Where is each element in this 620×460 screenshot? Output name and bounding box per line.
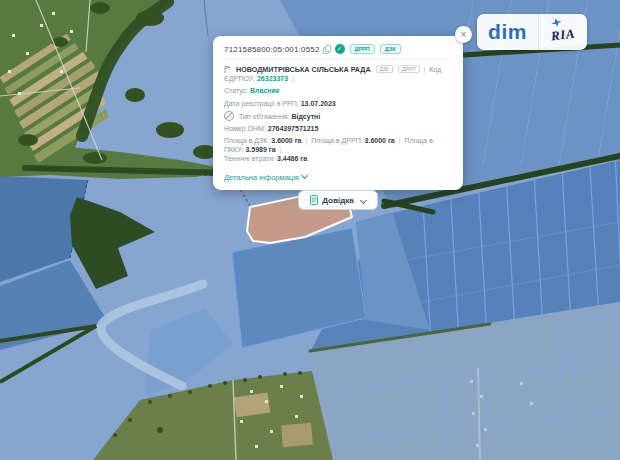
status-row: Статус: Власник <box>224 86 452 95</box>
card-header: 7121585800:05:001:0552 ✓ ДРРП ДЗК <box>224 44 452 60</box>
cadastral-number: 7121585800:05:001:0552 <box>224 45 320 54</box>
separator: | <box>305 137 307 144</box>
cadastral-map-app: dim RIA × 7121585800:05:001:0552 ✓ ДРРП … <box>0 0 620 460</box>
status-label: Статус: <box>224 87 248 94</box>
badge-dzk: ДЗК <box>380 44 401 54</box>
separator: | <box>399 137 401 144</box>
chevron-down-icon <box>301 172 308 179</box>
separator: | <box>280 146 282 153</box>
brand-logo-ria: RIA <box>539 14 587 50</box>
area-pkku-value: 3.5989 га <box>245 146 275 153</box>
registration-row: Дата реєстрації в РРП: 13.07.2023 <box>224 99 452 108</box>
close-icon[interactable]: × <box>455 26 472 43</box>
onm-label: Номер ОНМ: <box>224 125 266 132</box>
tech-loss-value: 3.4486 га <box>277 155 307 162</box>
help-button[interactable]: Довідка <box>298 190 377 210</box>
no-encumbrance-icon <box>224 111 234 121</box>
verified-check-icon: ✓ <box>335 44 345 54</box>
parcel-info-card: 7121585800:05:001:0552 ✓ ДРРП ДЗК НОВОДМ… <box>213 36 463 190</box>
separator: | <box>423 66 425 73</box>
encumbrance-row: Тип обтяження: Відсутні <box>224 111 452 121</box>
copy-icon[interactable] <box>323 45 331 54</box>
owner-name: НОВОДМИТРІВСЬКА СІЛЬСЬКА РАДА <box>236 65 371 74</box>
owner-row: НОВОДМИТРІВСЬКА СІЛЬСЬКА РАДА ДЗК ДРРП |… <box>224 65 452 83</box>
encumbrance-value: Відсутні <box>291 113 320 120</box>
registration-value: 13.07.2023 <box>301 100 336 107</box>
registration-label: Дата реєстрації в РРП: <box>224 100 299 107</box>
brand-logo-dim: dim <box>477 14 538 50</box>
brand-logo[interactable]: dim RIA <box>477 14 587 50</box>
organization-icon <box>224 65 231 73</box>
areas-row: Площа в ДЗК: 3.6000 га | Площа в ДРРП: 3… <box>224 136 452 163</box>
area-dzk-value: 3.6000 га <box>271 137 301 144</box>
area-drrp-label: Площа в ДРРП: <box>311 137 362 144</box>
document-icon <box>310 195 318 205</box>
onm-row: Номер ОНМ: 2764397571215 <box>224 124 452 133</box>
badge-drrp: ДРРП <box>350 44 375 54</box>
chevron-down-icon <box>360 197 367 204</box>
tech-loss-label: Технічні втрати: <box>224 155 275 162</box>
area-drrp-value: 3.6000 га <box>365 137 395 144</box>
status-value: Власник <box>250 87 279 94</box>
area-dzk-label: Площа в ДЗК: <box>224 137 269 144</box>
edrpou-value[interactable]: 26323373 <box>257 75 288 82</box>
owner-badge-dzk: ДЗК <box>376 65 393 73</box>
separator: | <box>292 75 294 82</box>
encumbrance-label: Тип обтяження: <box>239 113 290 120</box>
owner-badge-drrp: ДРРП <box>398 65 420 73</box>
details-link[interactable]: Детальна інформація <box>224 173 307 182</box>
onm-value: 2764397571215 <box>268 125 319 132</box>
